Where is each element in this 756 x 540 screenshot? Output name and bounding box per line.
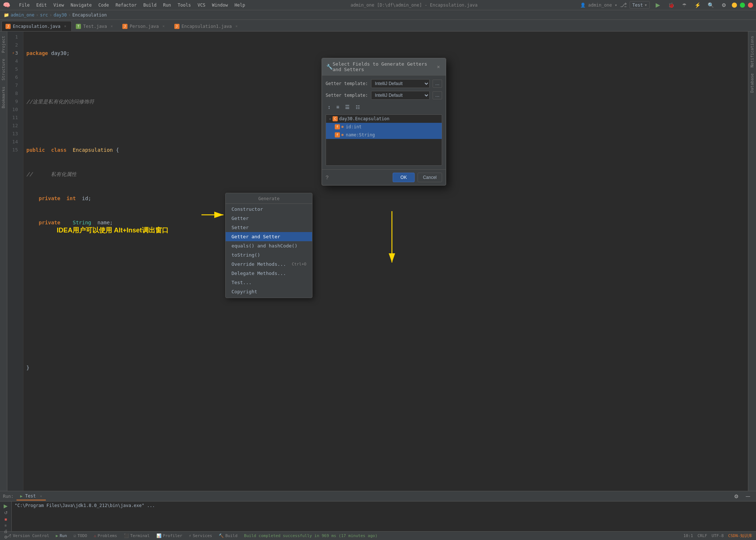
line-num-8: 8 (7, 89, 20, 98)
line-separator[interactable]: CRLF (697, 533, 707, 538)
help-button[interactable]: ? (326, 175, 329, 180)
menu-tools[interactable]: Tools (175, 2, 194, 8)
run-scroll-button[interactable]: ≡ (2, 524, 10, 528)
todo-tab[interactable]: ☑ TODO (71, 532, 90, 539)
run-tab-close[interactable]: × (40, 494, 42, 498)
notifications-tab[interactable]: Notifications (749, 33, 755, 70)
tab-encapsulation1[interactable]: J Encapsulation1.java × (170, 21, 243, 31)
project-tab[interactable]: Project (0, 33, 7, 56)
run-stop-button[interactable]: ■ (2, 517, 10, 522)
menu-edit[interactable]: Edit (33, 2, 50, 8)
tab-test[interactable]: T Test.java × (72, 21, 118, 31)
vcs-icon[interactable]: ⎇ (620, 1, 627, 8)
run-tab-icon: ▶ (20, 494, 23, 499)
sort-by-type-button[interactable]: ≡ (334, 103, 341, 111)
menu-vcs[interactable]: VCS (194, 2, 208, 8)
deselect-all-button[interactable]: ☷ (353, 103, 362, 111)
arrow-annotation-down (381, 211, 407, 266)
menu-build[interactable]: Build (140, 2, 159, 8)
tab-person-close[interactable]: × (161, 24, 166, 29)
ctx-copyright[interactable]: Copyright (226, 287, 312, 296)
problems-tab[interactable]: ⚠ Problems (91, 532, 120, 539)
run-config-dropdown[interactable]: ▾ (644, 2, 647, 8)
menu-navigate[interactable]: Navigate (68, 2, 95, 8)
breadcrumb-day30[interactable]: day30 (53, 12, 67, 18)
ok-button[interactable]: OK (393, 173, 414, 182)
menu-run[interactable]: Run (160, 2, 174, 8)
dialog-close-button[interactable]: × (436, 63, 441, 70)
setter-template-options[interactable]: … (433, 91, 442, 99)
run-rerun-button[interactable]: ↺ (2, 510, 10, 515)
getter-template-select[interactable]: IntelliJ Default (371, 79, 430, 88)
ctx-constructor[interactable]: Constructor (226, 205, 312, 214)
build-tab[interactable]: 🔨 Build (216, 532, 240, 539)
menu-window[interactable]: Window (209, 2, 231, 8)
field-id-icon: f (335, 124, 340, 129)
field-selection-tree[interactable]: ▾ C day30.Encapsulation f id:int f name:… (326, 114, 442, 166)
breadcrumb: 📁 admin_one › src › day30 › Encapsulatio… (0, 10, 756, 20)
test-file-icon: T (76, 24, 81, 29)
sort-alphabetically-button[interactable]: ↕ (326, 103, 333, 111)
encoding[interactable]: UTF-8 (712, 533, 724, 538)
run-settings-button[interactable]: ⚙ (731, 491, 741, 502)
menu-code[interactable]: Code (96, 2, 112, 8)
ctx-setter[interactable]: Setter (226, 223, 312, 232)
search-everywhere[interactable]: 🔍 (705, 0, 716, 10)
maximize-button[interactable] (740, 3, 745, 8)
encap1-file-icon: J (174, 24, 179, 29)
settings-button[interactable]: ⚙ (719, 0, 729, 10)
tree-field-id[interactable]: f id:int (326, 123, 442, 131)
close-button[interactable] (748, 3, 753, 8)
breadcrumb-project[interactable]: admin_one (11, 12, 34, 18)
run-status-tab[interactable]: ▶ Run (53, 532, 70, 539)
profiler-label: Profiler (163, 533, 182, 538)
ctx-override-methods[interactable]: Override Methods... Ctrl+O (226, 260, 312, 269)
setter-template-select[interactable]: IntelliJ Default (371, 91, 430, 100)
profiler-tab[interactable]: 📊 Profiler (153, 532, 185, 539)
ctx-getter[interactable]: Getter (226, 214, 312, 223)
tree-expand-icon: ▾ (329, 117, 331, 121)
structure-tab[interactable]: Structure (0, 56, 7, 84)
run-tab-label: Test (25, 493, 36, 499)
line-num-13: 13 (7, 130, 20, 138)
window-title: admin_one [D:\df\admin_one] - Encapsulat… (252, 3, 575, 8)
tab-encapsulation[interactable]: J Encapsulation.java × (1, 21, 72, 31)
tab-encapsulation1-close[interactable]: × (234, 24, 239, 29)
bookmarks-tab[interactable]: Bookmarks (0, 84, 7, 111)
getter-template-options[interactable]: … (433, 80, 442, 88)
menu-help[interactable]: Help (231, 2, 248, 8)
database-tab[interactable]: Database (749, 70, 755, 96)
ctx-equals-hashcode[interactable]: equals() and hashCode() (226, 241, 312, 250)
breadcrumb-src[interactable]: src (40, 12, 48, 18)
cancel-button[interactable]: Cancel (418, 173, 442, 182)
run-play-button[interactable]: ▶ (2, 503, 10, 509)
coverage-button[interactable]: ☂ (679, 0, 689, 10)
run-minimize-button[interactable]: — (743, 491, 753, 502)
run-button[interactable]: ▶ (653, 0, 663, 10)
menu-refactor[interactable]: Refactor (112, 2, 140, 8)
csdn-label: CSDN-知识库 (728, 533, 752, 539)
tab-person[interactable]: J Person.java × (118, 21, 170, 31)
menu-view[interactable]: View (51, 2, 67, 8)
ctx-tostring[interactable]: toString() (226, 250, 312, 260)
tree-root-class[interactable]: ▾ C day30.Encapsulation (326, 115, 442, 123)
ctx-override-methods-label: Override Methods... (231, 261, 286, 267)
select-all-button[interactable]: ☰ (343, 103, 352, 111)
tab-test-close[interactable]: × (109, 24, 114, 29)
profile-button[interactable]: ⚡ (692, 0, 703, 10)
terminal-tab[interactable]: ⬛ Terminal (121, 532, 153, 539)
minimize-button[interactable] (732, 3, 737, 8)
run-tab[interactable]: ▶ Test × (16, 492, 46, 500)
services-tab[interactable]: ⚡ Services (186, 532, 215, 539)
menu-file[interactable]: File (16, 2, 33, 8)
ctx-delegate-methods[interactable]: Delegate Methods... (226, 269, 312, 278)
status-bar: ⎇ Version Control ▶ Run ☑ TODO ⚠ Problem… (0, 531, 756, 540)
version-control-tab[interactable]: ⎇ Version Control (4, 532, 52, 539)
class-icon: C (333, 116, 338, 121)
tab-encapsulation-close[interactable]: × (63, 24, 68, 29)
tree-field-name[interactable]: f name:String (326, 131, 442, 139)
ctx-test[interactable]: Test... (226, 278, 312, 287)
debug-button[interactable]: 🐞 (666, 0, 676, 10)
ctx-getter-setter[interactable]: Getter and Setter (226, 232, 312, 241)
build-success-message: Build completed successfully in 969 ms (… (244, 533, 377, 538)
